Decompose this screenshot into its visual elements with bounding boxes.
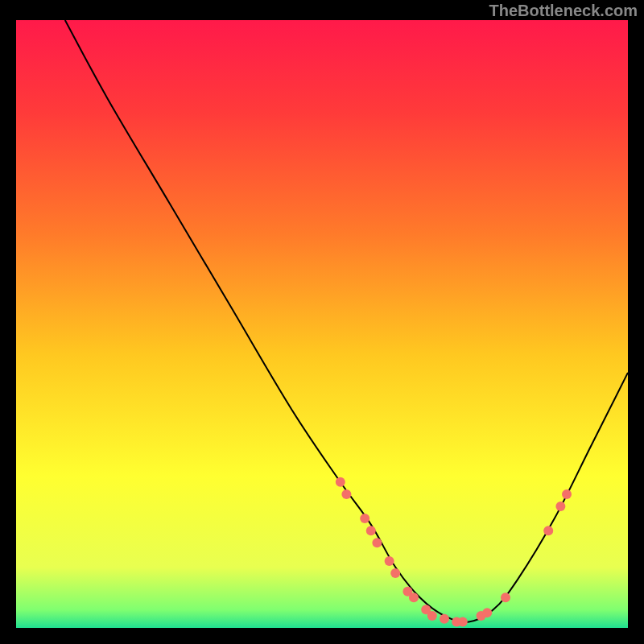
chart-plot-area bbox=[16, 20, 628, 628]
marker-point bbox=[555, 502, 565, 511]
watermark-text: TheBottleneck.com bbox=[489, 2, 638, 20]
marker-point bbox=[562, 489, 572, 499]
marker-point bbox=[501, 592, 510, 602]
marker-point bbox=[372, 538, 382, 547]
marker-point bbox=[360, 514, 369, 523]
marker-point bbox=[543, 526, 553, 535]
marker-point bbox=[427, 611, 437, 621]
marker-point bbox=[385, 556, 394, 566]
bottleneck-curve bbox=[65, 20, 628, 622]
marker-point bbox=[409, 592, 419, 602]
marker-point bbox=[440, 614, 449, 624]
marker-point bbox=[390, 568, 400, 578]
marker-point bbox=[336, 477, 345, 487]
marker-point bbox=[482, 608, 492, 617]
marker-point bbox=[366, 526, 376, 535]
marker-point bbox=[458, 617, 468, 626]
curve-overlay bbox=[16, 20, 628, 628]
marker-point bbox=[341, 489, 351, 499]
